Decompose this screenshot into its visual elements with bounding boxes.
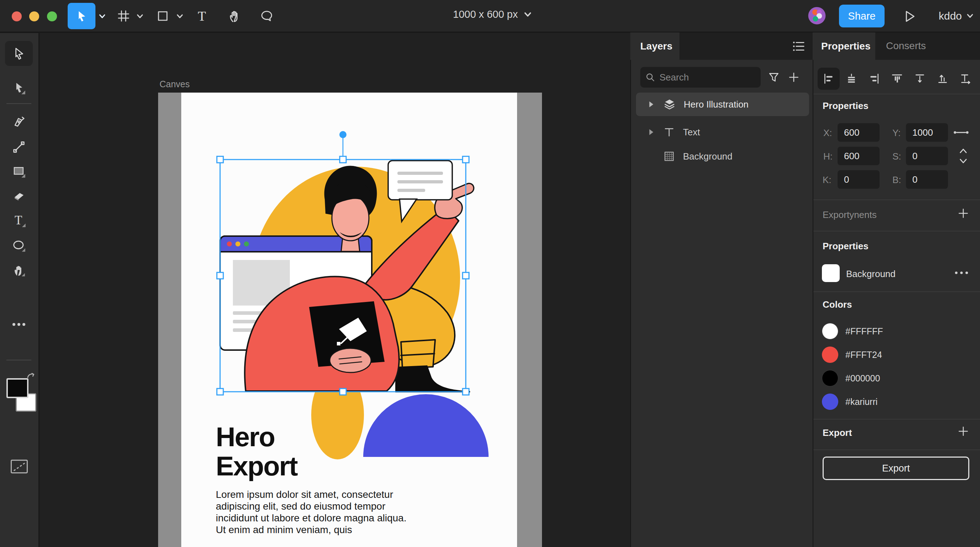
disclosure-caret-icon[interactable] xyxy=(648,100,655,108)
comment-bubble-icon xyxy=(260,9,274,23)
selection-handle-nw[interactable] xyxy=(217,156,223,163)
artboard-headline[interactable]: Hero Export xyxy=(216,422,298,481)
color-swatch-red[interactable] xyxy=(822,347,838,363)
filter-icon[interactable] xyxy=(768,71,780,83)
rail-eraser-tool[interactable] xyxy=(5,183,33,208)
select-tool-chevron-icon[interactable] xyxy=(98,14,106,19)
artboard-body-text[interactable]: Lorem ipsum dolor sit amet, consectetur … xyxy=(216,488,406,536)
b-field-input[interactable] xyxy=(906,170,948,189)
shape-tool-button[interactable] xyxy=(149,3,177,29)
panel-divider xyxy=(813,94,980,94)
shape-tool-chevron-icon[interactable] xyxy=(176,14,184,19)
search-input[interactable] xyxy=(660,72,745,83)
y-field-input[interactable] xyxy=(906,123,948,142)
rail-rectangle-tool[interactable] xyxy=(5,159,33,184)
rail-more-tools[interactable] xyxy=(5,312,33,337)
align-left-icon xyxy=(822,73,835,85)
rail-text-tool[interactable]: T xyxy=(5,208,33,233)
tab-properties[interactable]: Properties xyxy=(813,32,875,60)
frame-tool-chevron-icon[interactable] xyxy=(136,14,144,19)
align-center-h-button[interactable] xyxy=(840,68,862,90)
selection-handle-w[interactable] xyxy=(217,272,223,279)
avatar[interactable] xyxy=(808,6,826,25)
rail-ellipse-tool[interactable] xyxy=(5,233,33,258)
window-minimize-button[interactable] xyxy=(29,11,39,21)
align-bottom-button[interactable] xyxy=(932,68,954,90)
text-tool-button[interactable]: T xyxy=(188,3,216,29)
align-top-distribute-icon xyxy=(914,73,926,85)
align-right-button[interactable] xyxy=(863,68,885,90)
screen-mode-button[interactable] xyxy=(10,459,29,474)
user-menu[interactable]: kddo xyxy=(939,10,974,22)
comment-tool-button[interactable] xyxy=(253,3,281,29)
align-left-button[interactable] xyxy=(818,68,840,90)
rail-hand-tool[interactable] xyxy=(5,258,33,283)
align-center-h-icon xyxy=(845,73,858,85)
rail-pen-tool[interactable] xyxy=(5,109,33,134)
frame-tool-button[interactable] xyxy=(110,3,137,29)
canvas-size-value: 1000 x 600 px xyxy=(453,8,518,20)
layer-row-background[interactable]: Background xyxy=(636,145,809,168)
layer-row-hero-illustration[interactable]: Hero Illustration xyxy=(636,92,809,116)
panel-divider xyxy=(813,291,980,292)
tab-layers[interactable]: Layers xyxy=(630,32,679,60)
window-zoom-button[interactable] xyxy=(47,11,57,21)
more-options-icon[interactable] xyxy=(954,270,969,276)
select-tool-button[interactable] xyxy=(68,3,95,29)
s-field-input[interactable] xyxy=(906,147,948,165)
color-swatch-black[interactable] xyxy=(822,370,838,386)
text-align-button[interactable] xyxy=(954,68,976,90)
rail-direct-select-tool[interactable] xyxy=(5,75,33,100)
align-top-button[interactable] xyxy=(886,68,908,90)
color-swatch-blue[interactable] xyxy=(822,393,838,410)
rotation-handle[interactable] xyxy=(339,131,347,138)
eraser-icon xyxy=(12,189,25,202)
layer-row-text[interactable]: Text xyxy=(636,120,809,144)
body-line: Lorem ipsum dolor sit amet, consectetur xyxy=(216,488,406,500)
k-field-input[interactable] xyxy=(838,170,880,189)
panel-divider xyxy=(813,449,980,450)
add-export-setting-icon[interactable] xyxy=(957,425,969,437)
window-close-button[interactable] xyxy=(12,11,22,21)
share-button[interactable]: Share xyxy=(839,5,885,27)
layers-search-box[interactable] xyxy=(640,67,760,87)
hand-tool-button[interactable] xyxy=(221,3,248,29)
foreground-color-swatch[interactable] xyxy=(6,378,29,398)
background-fill-swatch[interactable] xyxy=(822,264,840,282)
x-field-input[interactable] xyxy=(838,123,880,142)
rectangle-filled-icon xyxy=(12,165,25,178)
canvas-size-dropdown[interactable]: 1000 x 600 px xyxy=(453,8,532,20)
panel-divider xyxy=(813,231,980,232)
disclosure-caret-icon[interactable] xyxy=(648,128,655,136)
svg-text:T: T xyxy=(198,9,206,23)
selection-handle-e[interactable] xyxy=(463,272,469,279)
constrain-link-icon[interactable] xyxy=(953,127,969,137)
line-icon xyxy=(12,140,25,154)
rail-line-tool[interactable] xyxy=(5,135,33,159)
selection-handle-se[interactable] xyxy=(463,388,469,395)
text-align-icon xyxy=(959,73,971,85)
layer-list-view-icon[interactable] xyxy=(792,40,805,52)
ellipse-icon xyxy=(12,239,25,252)
add-export-icon[interactable] xyxy=(957,207,969,219)
color-swatch-white[interactable] xyxy=(822,323,838,339)
headline-line1: Hero xyxy=(216,422,298,452)
export-button[interactable]: Export xyxy=(822,456,969,480)
add-layer-icon[interactable] xyxy=(788,71,800,83)
layer-name: Text xyxy=(683,127,700,138)
play-icon[interactable] xyxy=(902,9,916,24)
text-layer-icon xyxy=(663,126,675,138)
h-field-input[interactable] xyxy=(838,147,880,165)
selection-handle-n[interactable] xyxy=(340,156,346,163)
frame-label[interactable]: Canves xyxy=(159,79,190,89)
align-top-distribute-button[interactable] xyxy=(909,68,931,90)
b-field-label: B: xyxy=(892,175,901,186)
username: kddo xyxy=(939,10,962,22)
layer-name: Hero Illustration xyxy=(684,99,749,110)
selection-handle-s[interactable] xyxy=(340,388,346,395)
stepper-icon[interactable] xyxy=(957,147,969,165)
selection-handle-sw[interactable] xyxy=(217,388,223,395)
rail-select-tool[interactable] xyxy=(5,41,33,66)
tab-conserts[interactable]: Conserts xyxy=(886,40,926,52)
selection-handle-ne[interactable] xyxy=(463,156,469,163)
